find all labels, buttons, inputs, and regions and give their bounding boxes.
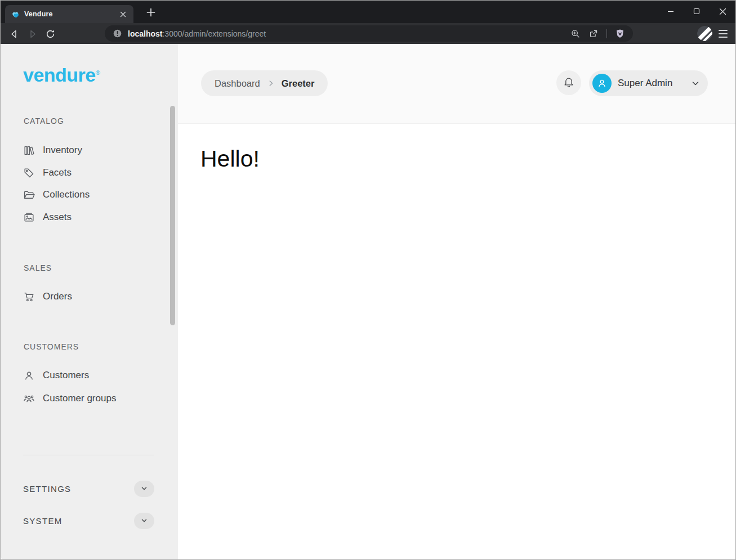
tab-close-icon[interactable] <box>118 9 128 19</box>
sidebar-scrollbar[interactable] <box>170 106 175 325</box>
address-bar-actions <box>570 29 625 39</box>
sidebar-item-label: Assets <box>43 212 72 223</box>
sidebar-section-system[interactable]: SYSTEM <box>23 512 154 529</box>
folder-icon <box>23 189 35 201</box>
zoom-in-icon[interactable] <box>570 29 581 39</box>
sidebar-item-inventory[interactable]: Inventory <box>23 144 82 157</box>
sidebar-item-label: Customer groups <box>43 393 116 404</box>
breadcrumb-dashboard[interactable]: Dashboard <box>215 78 260 89</box>
sidebar-divider <box>23 455 154 455</box>
url-text: localhost:3000/admin/extensions/greet <box>128 29 565 38</box>
minimize-button[interactable] <box>658 1 684 22</box>
main-area: Dashboard Greeter <box>178 44 735 559</box>
vendure-logo: vendure® <box>23 64 100 86</box>
breadcrumb-greeter: Greeter <box>282 78 315 89</box>
favicon-vendure-icon <box>11 10 20 19</box>
library-icon <box>23 145 35 156</box>
user-name: Super Admin <box>618 78 685 89</box>
sidebar-item-orders[interactable]: Orders <box>23 290 72 303</box>
breadcrumb: Dashboard Greeter <box>201 70 328 96</box>
reload-icon[interactable] <box>42 26 58 42</box>
toolbar-separator <box>606 29 607 38</box>
sidebar-item-label: Collections <box>43 189 90 200</box>
logo-reg-mark: ® <box>96 69 100 76</box>
cart-icon <box>23 291 35 303</box>
sidebar-item-facets[interactable]: Facets <box>23 166 72 180</box>
back-icon[interactable] <box>6 26 22 42</box>
chevron-right-icon <box>267 79 275 87</box>
sidebar-item-label: Inventory <box>43 145 82 156</box>
sidebar: vendure® CATALOG Inventory Facets <box>1 44 178 559</box>
sidebar-item-collections[interactable]: Collections <box>23 188 90 201</box>
url-host: localhost <box>128 29 162 38</box>
browser-window: Vendure <box>0 0 736 560</box>
section-label-sales: SALES <box>24 263 52 272</box>
tab-strip: Vendure <box>1 1 735 23</box>
sidebar-item-customers[interactable]: Customers <box>23 369 89 382</box>
system-label: SYSTEM <box>23 516 62 526</box>
user-menu[interactable]: Super Admin <box>589 70 708 96</box>
window-controls <box>658 1 735 22</box>
browser-tab[interactable]: Vendure <box>5 5 133 23</box>
page-content: Hello! <box>178 124 735 559</box>
share-icon[interactable] <box>588 29 599 39</box>
user-icon <box>23 370 35 382</box>
sidebar-item-customer-groups[interactable]: Customer groups <box>23 392 116 405</box>
browser-menu-icon[interactable] <box>716 27 730 41</box>
app-page: vendure® CATALOG Inventory Facets <box>1 44 735 559</box>
sidebar-item-assets[interactable]: Assets <box>23 210 72 224</box>
users-icon <box>23 393 35 405</box>
address-bar[interactable]: localhost:3000/admin/extensions/greet <box>105 25 633 42</box>
user-avatar-icon <box>592 74 612 93</box>
logo-text: vendure <box>23 64 96 86</box>
url-path: :3000/admin/extensions/greet <box>162 29 266 38</box>
notification-bell-icon[interactable] <box>556 70 581 95</box>
maximize-button[interactable] <box>684 1 710 22</box>
section-label-catalog: CATALOG <box>24 117 64 126</box>
chevron-down-icon <box>691 79 700 88</box>
greeting-heading: Hello! <box>200 146 735 172</box>
new-tab-button[interactable] <box>142 4 159 21</box>
chevron-down-icon[interactable] <box>134 481 154 497</box>
chevron-down-icon[interactable] <box>134 513 154 529</box>
forward-icon[interactable] <box>24 26 40 42</box>
sidebar-item-label: Customers <box>43 370 89 381</box>
settings-label: SETTINGS <box>23 484 71 494</box>
tag-icon <box>23 167 35 179</box>
profile-avatar-icon[interactable] <box>697 26 712 41</box>
page-header: Dashboard Greeter <box>178 44 735 124</box>
image-icon <box>23 212 35 223</box>
tab-title: Vendure <box>24 10 113 18</box>
section-label-customers: CUSTOMERS <box>24 342 79 351</box>
sidebar-section-settings[interactable]: SETTINGS <box>23 480 154 497</box>
browser-toolbar: localhost:3000/admin/extensions/greet <box>1 23 735 44</box>
close-window-button[interactable] <box>710 1 735 22</box>
page-info-icon[interactable] <box>113 29 122 38</box>
sidebar-item-label: Orders <box>43 291 72 302</box>
sidebar-item-label: Facets <box>43 167 72 178</box>
brave-shield-icon[interactable] <box>615 29 625 39</box>
